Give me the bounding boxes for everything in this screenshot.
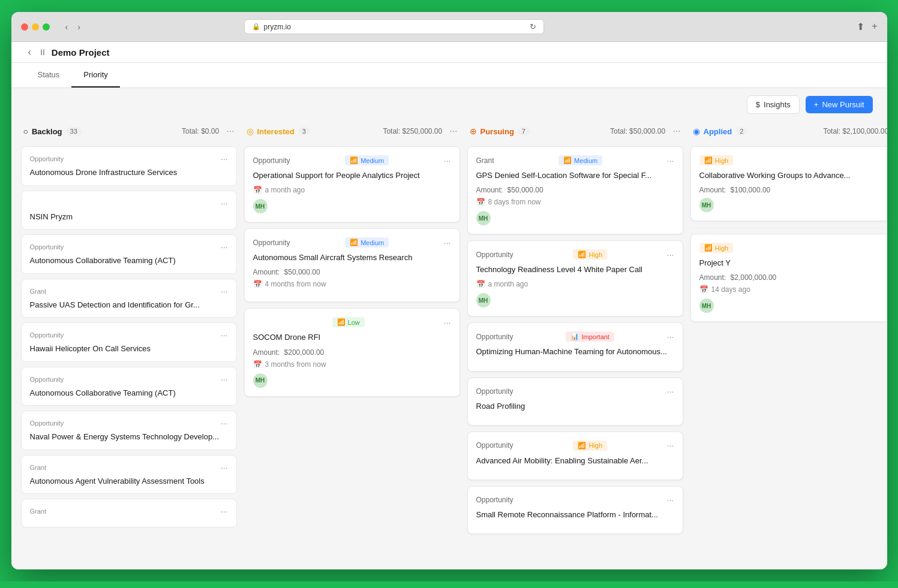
column-menu-backlog[interactable]: ··· (226, 126, 234, 137)
card-menu[interactable]: ··· (221, 506, 228, 516)
tab-priority[interactable]: Priority (71, 63, 119, 88)
card-type: Grant (30, 508, 47, 515)
card-type: Opportunity (476, 387, 513, 396)
list-item[interactable]: Grant ··· (21, 499, 237, 527)
card-title: Small Remote Reconnaissance Platform - I… (476, 509, 674, 520)
card-date: 📅 a month ago (253, 186, 451, 194)
amount-value: $50,000.00 (507, 186, 543, 194)
list-item[interactable]: Grant ··· Passive UAS Detection and Iden… (21, 279, 237, 318)
amount-value: $200,000.00 (284, 348, 325, 357)
address-bar[interactable]: 🔒 pryzm.io ↻ (244, 19, 544, 34)
card-title: NSIN Pryzm (30, 212, 228, 222)
card-menu[interactable]: ··· (667, 156, 674, 165)
card-menu[interactable]: ··· (221, 330, 228, 340)
list-item[interactable]: 📶 Low ··· SOCOM Drone RFI Amount: $200,0… (244, 308, 460, 396)
close-button[interactable] (21, 23, 28, 31)
new-tab-icon[interactable]: + (872, 21, 877, 32)
card-menu[interactable]: ··· (221, 242, 228, 252)
card-menu[interactable]: ··· (221, 154, 228, 164)
priority-badge: 📶 Medium (345, 237, 389, 248)
list-item[interactable]: Opportunity 📶 Medium ··· Autonomous Smal… (244, 228, 460, 302)
list-item[interactable]: Opportunity ··· Naval Power & Energy Sys… (21, 411, 237, 450)
card-amount: Amount: $2,000,000.00 (699, 273, 887, 282)
list-item[interactable]: 📶 High ··· Collaborative Working Groups … (690, 146, 887, 221)
card-type: Opportunity (253, 156, 290, 165)
forward-nav-button[interactable]: › (74, 21, 84, 33)
card-date: 📅 14 days ago (699, 285, 887, 294)
card-title: Autonomous Collaborative Teaming (ACT) (30, 255, 228, 266)
insights-button[interactable]: $ Insights (747, 95, 800, 114)
badge-icon: 📶 (704, 244, 713, 252)
card-menu[interactable]: ··· (667, 332, 674, 342)
list-item[interactable]: Opportunity ··· Small Remote Reconnaissa… (467, 486, 683, 534)
card-menu[interactable]: ··· (667, 441, 674, 450)
column-applied: ◉ Applied 2 Total: $2,100,000.00 ··· 📶 H… (690, 121, 887, 328)
card-header: Grant ··· (30, 506, 228, 516)
card-menu[interactable]: ··· (444, 318, 451, 327)
amount-label: Amount: (476, 186, 503, 194)
column-interested: ◎ Interested 3 Total: $250,000.00 ··· Op… (244, 121, 460, 403)
calendar-icon: 📅 (253, 186, 262, 194)
applied-status-icon: ◉ (693, 126, 700, 136)
card-menu[interactable]: ··· (667, 250, 674, 260)
list-item[interactable]: 📶 High ··· Project Y Amount: $2,000,000.… (690, 234, 887, 322)
amount-label: Amount: (253, 348, 280, 357)
card-header: Opportunity ··· (30, 375, 228, 384)
list-item[interactable]: Opportunity ··· Autonomous Drone Infrast… (21, 146, 237, 186)
list-item[interactable]: Grant 📶 Medium ··· GPS Denied Self-Locat… (467, 146, 683, 234)
avatar: MH (253, 373, 268, 388)
card-menu[interactable]: ··· (221, 375, 228, 384)
card-title: Collaborative Working Groups to Advance.… (699, 170, 887, 181)
column-total-pursuing: Total: $50,000.00 (610, 127, 665, 135)
card-menu[interactable]: ··· (444, 238, 451, 248)
list-item[interactable]: Opportunity ··· Autonomous Collaborative… (21, 234, 237, 274)
card-menu[interactable]: ··· (221, 198, 228, 208)
card-menu[interactable]: ··· (667, 387, 674, 396)
back-nav-button[interactable]: ‹ (62, 21, 72, 33)
new-pursuit-button[interactable]: + New Pursuit (806, 96, 873, 113)
dollar-icon: $ (756, 100, 760, 109)
card-menu[interactable]: ··· (667, 495, 674, 505)
column-menu-pursuing[interactable]: ··· (672, 126, 680, 137)
list-item[interactable]: Opportunity ··· Hawaii Helicopter On Cal… (21, 322, 237, 362)
tab-status[interactable]: Status (26, 63, 72, 88)
card-title: SOCOM Drone RFI (253, 332, 451, 343)
list-item[interactable]: Grant ··· Autonomous Agent Vulnerability… (21, 455, 237, 494)
list-item[interactable]: Opportunity 📶 Medium ··· Operational Sup… (244, 146, 460, 222)
list-item[interactable]: Opportunity ··· Autonomous Collaborative… (21, 367, 237, 406)
app-header: ‹ ⏸ Demo Project (11, 42, 887, 63)
card-header: ··· (30, 198, 228, 208)
minimize-button[interactable] (32, 23, 39, 31)
card-menu[interactable]: ··· (221, 287, 228, 296)
card-title: Hawaii Helicopter On Call Services (30, 343, 228, 354)
list-item[interactable]: Opportunity 📶 High ··· Advanced Air Mobi… (467, 432, 683, 480)
lock-icon: 🔒 (252, 23, 260, 31)
card-menu[interactable]: ··· (444, 156, 451, 165)
card-menu[interactable]: ··· (221, 463, 228, 472)
date-text: 8 days from now (488, 198, 541, 206)
column-menu-interested[interactable]: ··· (449, 126, 457, 137)
card-title: GPS Denied Self-Location Software for Sp… (476, 170, 674, 181)
maximize-button[interactable] (43, 23, 50, 31)
list-item[interactable]: Opportunity 📶 High ··· Technology Readin… (467, 240, 683, 316)
list-item[interactable]: Opportunity 📊 Important ··· Optimizing H… (467, 322, 683, 371)
back-button[interactable]: ‹ (26, 42, 34, 62)
url-text: pryzm.io (264, 23, 291, 31)
share-icon[interactable]: ⬆ (857, 21, 864, 32)
calendar-icon: 📅 (476, 280, 485, 288)
card-menu[interactable]: ··· (221, 418, 228, 428)
badge-icon: 📶 (704, 156, 713, 164)
column-count-applied: 2 (735, 127, 747, 135)
avatar: MH (253, 199, 268, 213)
card-amount: Amount: $100,000.00 (699, 186, 887, 194)
priority-badge: 📶 High (573, 441, 607, 451)
browser-window: ‹ › 🔒 pryzm.io ↻ ⬆ + ‹ ⏸ Demo Project St… (11, 12, 887, 569)
list-item[interactable]: Opportunity ··· Road Profiling (467, 378, 683, 426)
calendar-icon: 📅 (253, 360, 262, 369)
column-title-backlog: Backlog (32, 127, 62, 136)
card-date: 📅 3 months from now (253, 360, 451, 369)
amount-value: $2,000,000.00 (731, 273, 777, 282)
reload-button[interactable]: ↻ (530, 22, 536, 31)
badge-icon: 📶 (350, 156, 358, 164)
list-item[interactable]: ··· NSIN Pryzm (21, 191, 237, 230)
